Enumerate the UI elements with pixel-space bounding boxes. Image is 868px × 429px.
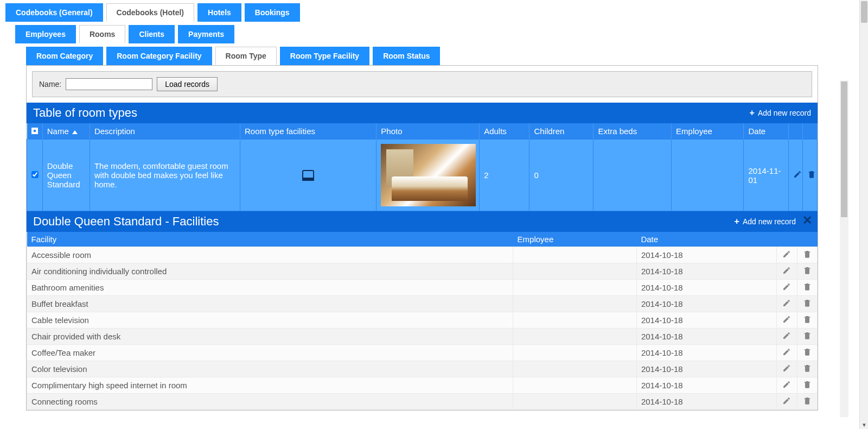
col-date[interactable]: Date <box>744 123 788 140</box>
page-scrollbar-thumb[interactable] <box>861 1 867 23</box>
col-employee[interactable]: Employee <box>672 123 744 140</box>
col-name[interactable]: Name <box>42 123 90 140</box>
delete-icon[interactable] <box>807 171 816 180</box>
col-adults[interactable]: Adults <box>480 123 529 140</box>
cell-edit <box>777 296 797 312</box>
col-description[interactable]: Description <box>90 123 240 140</box>
inner-scrollbar[interactable] <box>840 80 848 417</box>
col-employee[interactable]: Employee <box>513 232 637 247</box>
select-all-checkbox[interactable] <box>31 128 38 134</box>
cell-employee <box>513 247 637 263</box>
filter-name-label: Name: <box>39 80 61 89</box>
edit-icon[interactable] <box>781 251 792 260</box>
cell-delete <box>797 361 817 377</box>
tab-room-type[interactable]: Room Type <box>215 47 277 65</box>
cell-delete <box>803 140 818 211</box>
delete-icon[interactable] <box>802 300 813 309</box>
cell-employee <box>513 377 637 394</box>
tab-room-status[interactable]: Room Status <box>373 47 440 65</box>
cell-delete <box>797 312 817 329</box>
edit-icon[interactable] <box>781 316 792 325</box>
tab-codebooks-general-[interactable]: Codebooks (General) <box>5 3 103 22</box>
cell-date: 2014-10-18 <box>636 361 776 377</box>
room-types-title-bar: Table of room types + Add new record <box>27 103 818 123</box>
cell-date: 2014-10-18 <box>636 247 776 263</box>
cell-date: 2014-11-01 <box>744 140 788 211</box>
filter-name-input[interactable] <box>66 78 152 90</box>
cell-facility: Connecting rooms <box>27 394 513 410</box>
facility-row: Coffee/Tea maker2014-10-18 <box>27 345 818 361</box>
facilities-title-bar: Double Queen Standard - Facilities + Add… <box>27 211 818 232</box>
cell-facility: Cable television <box>27 312 513 329</box>
inner-scrollbar-thumb[interactable] <box>841 81 847 217</box>
delete-icon[interactable] <box>802 381 813 390</box>
cell-delete <box>797 280 817 296</box>
cell-employee <box>513 345 637 361</box>
close-facilities-icon[interactable]: ✕ <box>802 213 812 228</box>
delete-icon[interactable] <box>802 251 813 260</box>
edit-icon[interactable] <box>781 332 792 342</box>
scroll-down-arrow[interactable]: ▼ <box>860 420 868 429</box>
tab-bookings[interactable]: Bookings <box>245 3 300 22</box>
tab-room-category[interactable]: Room Category <box>26 47 103 65</box>
delete-icon[interactable] <box>802 316 813 325</box>
cell-edit <box>777 280 797 296</box>
sort-asc-icon <box>72 130 78 134</box>
cell-delete <box>797 296 817 312</box>
facility-row: Buffet breakfast2014-10-18 <box>27 296 818 312</box>
edit-icon[interactable] <box>781 349 792 358</box>
room-type-row[interactable]: Double Queen StandardThe modern, comfort… <box>27 140 818 211</box>
cell-facility: Color television <box>27 361 513 377</box>
tab-room-category-facility[interactable]: Room Category Facility <box>106 47 212 65</box>
tab-room-type-facility[interactable]: Room Type Facility <box>280 47 369 65</box>
tab-rooms[interactable]: Rooms <box>79 25 125 43</box>
add-room-type-button[interactable]: + Add new record <box>750 108 811 118</box>
col-extra-beds[interactable]: Extra beds <box>593 123 672 140</box>
col-facility[interactable]: Facility <box>27 232 513 247</box>
edit-icon[interactable] <box>781 398 792 407</box>
edit-icon[interactable] <box>781 365 792 374</box>
cell-edit <box>777 394 797 410</box>
room-types-title: Table of room types <box>33 106 137 120</box>
page-scrollbar[interactable]: ▲ ▼ <box>859 0 868 429</box>
row-checkbox[interactable] <box>31 171 39 178</box>
delete-icon[interactable] <box>802 398 813 407</box>
col-children[interactable]: Children <box>529 123 593 140</box>
tab-clients[interactable]: Clients <box>129 25 175 43</box>
tab-codebooks-hotel-[interactable]: Codebooks (Hotel) <box>106 3 194 22</box>
edit-icon[interactable] <box>793 171 802 180</box>
col-date[interactable]: Date <box>636 232 776 247</box>
tab-employees[interactable]: Employees <box>15 25 76 43</box>
add-facility-button[interactable]: + Add new record <box>735 217 796 226</box>
col-room-type-facilities[interactable]: Room type facilities <box>240 123 376 140</box>
edit-icon[interactable] <box>781 267 792 276</box>
cell-date: 2014-10-18 <box>636 345 776 361</box>
cell-delete <box>797 247 817 263</box>
edit-icon[interactable] <box>781 283 792 293</box>
cell-date: 2014-10-18 <box>636 377 776 394</box>
cell-delete <box>797 329 817 345</box>
facility-row: Air conditioning individually controlled… <box>27 263 818 280</box>
facilities-table: FacilityEmployeeDate Accessible room2014… <box>27 232 818 410</box>
tab-hotels[interactable]: Hotels <box>197 3 241 22</box>
facilities-panel: Double Queen Standard - Facilities + Add… <box>27 211 818 410</box>
cell-delete <box>797 345 817 361</box>
delete-icon[interactable] <box>802 332 813 342</box>
col-photo[interactable]: Photo <box>376 123 480 140</box>
cell-edit <box>777 345 797 361</box>
load-records-button[interactable]: Load records <box>157 77 218 91</box>
delete-icon[interactable] <box>802 349 813 358</box>
cell-edit <box>777 377 797 394</box>
tabs-level3: Room CategoryRoom Category FacilityRoom … <box>0 43 859 65</box>
add-facility-label: Add new record <box>743 217 796 226</box>
cell-date: 2014-10-18 <box>636 329 776 345</box>
delete-icon[interactable] <box>802 283 813 293</box>
edit-icon[interactable] <box>781 300 792 309</box>
delete-icon[interactable] <box>802 365 813 374</box>
filter-bar: Name: Load records <box>32 71 812 97</box>
cell-date: 2014-10-18 <box>636 263 776 280</box>
room-type-pane: Name: Load records Table of room types +… <box>26 65 818 411</box>
edit-icon[interactable] <box>781 381 792 390</box>
delete-icon[interactable] <box>802 267 813 276</box>
tab-payments[interactable]: Payments <box>178 25 234 43</box>
